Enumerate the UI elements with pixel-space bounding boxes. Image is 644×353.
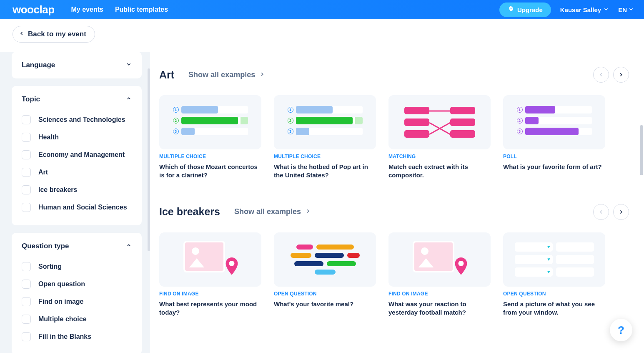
panel-topic: Topic Sciences and Technologies Health E… [12, 86, 142, 225]
panel-header-language[interactable]: Language [22, 61, 132, 69]
template-card[interactable]: FIND ON IMAGE What best represents your … [159, 232, 261, 317]
chevron-right-icon [305, 207, 311, 216]
show-all-link[interactable]: Show all examples [188, 71, 265, 79]
card-thumb-multiple-choice: 1 2 3 [159, 95, 261, 149]
card-title: What best represents your mood today? [159, 300, 261, 317]
topic-option[interactable]: Health [22, 129, 132, 146]
template-card[interactable]: OPEN QUESTION What's your favorite meal? [274, 232, 376, 317]
chevron-down-icon [603, 6, 609, 13]
card-thumb-multiple-choice: 1 2 3 [274, 95, 376, 149]
checkbox[interactable] [22, 168, 31, 177]
topic-option[interactable]: Economy and Management [22, 146, 132, 164]
user-name: Kausar Salley [560, 6, 601, 13]
carousel-next-button[interactable] [613, 67, 629, 83]
card-tag: MULTIPLE CHOICE [159, 154, 261, 159]
topic-label: Sciences and Technologies [38, 116, 125, 124]
panel-body-question-type: Sorting Open question Find on image Mult… [22, 258, 132, 345]
section-head-ice-breakers: Ice breakers Show all examples [159, 204, 629, 220]
topic-label: Health [38, 134, 59, 141]
svg-point-0 [229, 261, 234, 266]
section-head-art: Art Show all examples [159, 67, 629, 83]
nav-my-events[interactable]: My events [71, 6, 103, 13]
back-row: Back to my event [0, 19, 644, 52]
card-tag: FIND ON IMAGE [159, 291, 261, 297]
heart-icon: ♥ [547, 257, 550, 262]
qtype-label: Fill in the Blanks [38, 333, 91, 340]
topic-label: Economy and Management [38, 151, 125, 159]
pin-icon [223, 257, 240, 279]
back-button[interactable]: Back to my event [13, 26, 95, 43]
content: Art Show all examples [150, 52, 644, 353]
qtype-option[interactable]: Find on image [22, 293, 132, 310]
checkbox[interactable] [22, 150, 31, 159]
checkbox[interactable] [22, 115, 31, 124]
checkbox[interactable] [22, 262, 31, 271]
chevron-right-icon [259, 71, 265, 79]
topic-option[interactable]: Sciences and Technologies [22, 111, 132, 129]
card-title: Send a picture of what you see from your… [503, 300, 605, 317]
upgrade-label: Upgrade [517, 6, 543, 13]
panel-title: Question type [22, 242, 69, 250]
card-row-ice-breakers: FIND ON IMAGE What best represents your … [159, 232, 629, 317]
checkbox[interactable] [22, 297, 31, 306]
qtype-option[interactable]: Sorting [22, 258, 132, 275]
user-menu[interactable]: Kausar Salley [560, 6, 609, 13]
qtype-option[interactable]: Open question [22, 275, 132, 293]
show-all-label: Show all examples [234, 207, 301, 216]
template-card[interactable]: FIND ON IMAGE What was your reaction to … [388, 232, 491, 317]
language-menu[interactable]: EN [618, 6, 634, 13]
card-tag: POLL [503, 154, 605, 159]
carousel-prev-button[interactable] [593, 67, 609, 83]
checkbox[interactable] [22, 332, 31, 341]
checkbox[interactable] [22, 315, 31, 324]
panel-question-type: Question type Sorting Open question Find… [12, 233, 142, 353]
card-tag: OPEN QUESTION [503, 291, 605, 297]
show-all-label: Show all examples [188, 71, 255, 79]
carousel-next-button[interactable] [613, 204, 629, 220]
card-thumb-find-on-image [388, 232, 491, 287]
help-button[interactable]: ? [610, 319, 632, 341]
panel-header-question-type[interactable]: Question type [22, 242, 132, 250]
topic-option[interactable]: Art [22, 164, 132, 181]
template-card[interactable]: MATCHING Match each extract with its com… [388, 95, 491, 180]
checkbox[interactable] [22, 133, 31, 142]
topic-label: Human and Social Sciences [38, 204, 127, 211]
template-card[interactable]: 1 2 3 MULTIPLE CHOICE What is the hotbed… [274, 95, 376, 180]
card-thumb-find-on-image [159, 232, 261, 287]
carousel-nav [593, 67, 629, 83]
topic-option[interactable]: Human and Social Sciences [22, 199, 132, 216]
panel-header-topic[interactable]: Topic [22, 95, 132, 103]
template-card[interactable]: ♥ ♥ ♥ OPEN QUESTION Send a picture of wh… [503, 232, 605, 317]
card-thumb-poll: 1 2 3 [503, 95, 605, 149]
card-title: What was your reaction to yesterday foot… [388, 300, 491, 317]
qtype-option[interactable]: Multiple choice [22, 310, 132, 328]
card-title: What's your favorite meal? [274, 300, 376, 308]
card-row-art: 1 2 3 MULTIPLE CHOICE Which of those Moz… [159, 95, 629, 180]
language-label: EN [618, 6, 627, 13]
checkbox[interactable] [22, 280, 31, 289]
chevron-up-icon [126, 242, 132, 250]
card-title: What is the hotbed of Pop art in the Uni… [274, 163, 376, 180]
checkbox[interactable] [22, 185, 31, 194]
carousel-prev-button[interactable] [593, 204, 609, 220]
topic-option[interactable]: Ice breakers [22, 181, 132, 199]
template-card[interactable]: 1 2 3 POLL What is your favorite form of… [503, 95, 605, 180]
checkbox[interactable] [22, 203, 31, 212]
rocket-icon [508, 6, 514, 14]
show-all-link[interactable]: Show all examples [234, 207, 311, 216]
upgrade-button[interactable]: Upgrade [499, 3, 551, 17]
card-title: Match each extract with its compositor. [388, 163, 491, 180]
qtype-option[interactable]: Fill in the Blanks [22, 328, 132, 345]
main: Language Topic Sciences and Technologies… [0, 52, 644, 353]
nav-public-templates[interactable]: Public templates [115, 6, 168, 13]
topbar: wooclap My events Public templates Upgra… [0, 0, 644, 19]
logo[interactable]: wooclap [13, 3, 55, 16]
chevron-up-icon [126, 95, 132, 103]
card-tag: OPEN QUESTION [274, 291, 376, 297]
qtype-label: Sorting [38, 263, 62, 270]
card-tag: MATCHING [388, 154, 491, 159]
card-tag: MULTIPLE CHOICE [274, 154, 376, 159]
template-card[interactable]: 1 2 3 MULTIPLE CHOICE Which of those Moz… [159, 95, 261, 180]
card-thumb-matching [388, 95, 491, 149]
content-scrollbar[interactable] [640, 125, 643, 175]
